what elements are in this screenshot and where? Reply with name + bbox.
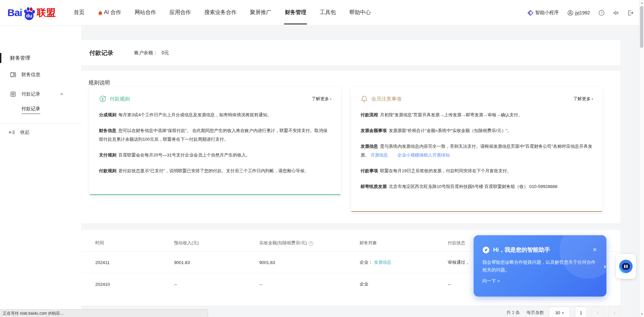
nav-item-app-cooperation[interactable]: 应用合作	[163, 0, 198, 25]
cell-target: 企业： 发票信息	[360, 252, 448, 273]
col-finance-target: 财务对象	[360, 234, 448, 252]
user-icon	[568, 10, 573, 16]
main-nav: 首页 AI 合作 网站合作 应用合作 搜索业务合作 聚屏推广 财务管理 工具包 …	[67, 0, 378, 25]
sound-button[interactable]	[613, 10, 619, 16]
invoice-info-table-link[interactable]: 发票信息	[374, 260, 391, 265]
help-icon: ?	[599, 10, 604, 16]
collapse-arrow-icon	[9, 130, 15, 135]
nav-item-home[interactable]: 首页	[67, 0, 91, 25]
id-card-icon	[10, 72, 16, 78]
cell-time: 202411	[80, 252, 174, 273]
nav-item-finance-management[interactable]: 财务管理	[278, 0, 313, 25]
logo-du-text: du	[25, 11, 34, 20]
sidebar-item-payment-record[interactable]: 付款记录	[0, 86, 81, 103]
sidebar-section-title: 财务管理	[0, 52, 81, 64]
topbar-right-cluster: 智能小程序 jyj1992 ?	[528, 0, 633, 25]
next-page-button[interactable]: ›	[608, 307, 621, 317]
close-icon[interactable]: ✕	[593, 247, 597, 253]
chevron-right-icon: ›	[330, 97, 331, 101]
scroll-up-arrow[interactable]: ▲	[639, 0, 644, 5]
nav-item-toolkit[interactable]: 工具包	[313, 0, 342, 25]
nav-item-ai-cooperation[interactable]: AI 合作	[91, 0, 128, 25]
scroll-down-arrow[interactable]: ▼	[639, 312, 644, 317]
payment-rules-more-link[interactable]: 了解更多›	[312, 96, 331, 102]
sidebar: 财务管理 财务信息 付款记录 付款记录	[0, 25, 81, 317]
small-taxpayer-notice-link[interactable]: 企业小规模纳税人开票须知	[397, 152, 450, 157]
pagination-total: 共 2 条	[506, 310, 520, 316]
page-number-1[interactable]: 1	[575, 307, 587, 317]
sidebar-subitem-payment-record-active[interactable]: 付款记录	[0, 103, 81, 117]
rule-item: 发票信息需与系统内发票信息内容完全一致，否则无法支付。请根据发票信息页面中“百度…	[361, 142, 593, 160]
account-balance: 账户余额： 0元	[134, 50, 169, 56]
logo-bai-text: Bai	[7, 7, 22, 18]
chevron-down-icon: ▾	[562, 311, 564, 315]
rule-item: 分成规则每月第3或4个工作日产出上月分成信息及发票信息，如有特殊情况将提前通知。	[99, 111, 331, 119]
rule-item: 邮寄纸质发票北京市海淀区西北旺东路10号院百度科技园5号楼 百度联盟财务组（收）…	[361, 182, 593, 191]
assistant-ask-link[interactable]: 问一下 >	[482, 278, 598, 284]
cell-estimated: 9001.83	[174, 252, 259, 273]
page-title: 付款记录	[89, 49, 113, 57]
bell-icon	[361, 95, 368, 103]
chevron-up-icon	[60, 92, 64, 96]
rule-item: 付款事项联盟在每月19日之后签收的发票，付款时间安排在下个月首批支付。	[361, 167, 593, 175]
popup-tail-chevron-icon: ›	[604, 262, 606, 270]
page-scrollbar[interactable]: ▲ ▼	[639, 0, 644, 317]
chevron-right-icon: ›	[592, 97, 593, 101]
rule-item: 发票金额事项发票票面“价税合计”金额=系统中“实收金额（扣除税费后/元）”。	[361, 126, 593, 135]
per-page-label: 每页条数	[527, 310, 544, 316]
smart-program-icon	[528, 10, 533, 16]
scrollbar-thumb[interactable]	[640, 6, 643, 48]
sidebar-divider	[0, 123, 81, 124]
cell-time: 202410	[80, 273, 174, 295]
robot-icon	[618, 258, 634, 274]
prev-page-button[interactable]: ‹	[592, 307, 604, 317]
invoice-info-link[interactable]: 开票信息	[371, 152, 388, 157]
flame-icon	[98, 10, 103, 15]
rule-item: 付款流程月初按“发票信息”页面开具发票→上传发票→邮寄发票→审核→确认支付。	[361, 111, 593, 119]
baidu-union-logo[interactable]: Bai du 联盟	[7, 6, 56, 19]
per-page-select[interactable]: 30 ▾	[549, 307, 570, 317]
col-actual-amount: 实收金额(扣除税费后/元)?	[259, 234, 360, 252]
col-time: 时间	[80, 234, 174, 252]
col-estimated-income: 预估收入(元)	[174, 234, 259, 252]
cell-estimated: --	[174, 273, 259, 295]
cell-actual: --	[259, 273, 360, 295]
user-account[interactable]: jyj1992	[568, 10, 590, 16]
balance-value: 0元	[162, 50, 169, 55]
member-notice-more-link[interactable]: 了解更多›	[573, 96, 593, 102]
logout-icon	[628, 10, 633, 16]
rules-section: 规则说明 付款规则 了解更多› 分成规则每月第3或4个工作日产出上月分成信息及发…	[80, 71, 621, 224]
compass-icon	[482, 246, 490, 254]
rule-item: 支付规则百度联盟会在每月20号—31号支付企业会员上个自然月产生的收入。	[99, 151, 331, 160]
speaker-icon	[613, 10, 619, 16]
rule-item: 财务信息您可以在财务信息中选择“保留付款”。 在此期间您产生的收入将在账户内进行…	[99, 126, 331, 144]
rule-item: 付款规则若付款状态显示“已支付”，说明联盟已安排了您的付款。支付后三个工作日内到…	[99, 167, 331, 175]
nav-item-help-center[interactable]: 帮助中心	[342, 0, 377, 25]
payment-rules-card: 付款规则 了解更多› 分成规则每月第3或4个工作日产出上月分成信息及发票信息，如…	[90, 87, 341, 195]
payment-rules-title: 付款规则	[110, 96, 130, 102]
cell-target: 企业	[360, 273, 448, 295]
assistant-title: Hi，我是您的智能助手	[493, 246, 550, 254]
nav-item-screen-promotion[interactable]: 聚屏推广	[243, 0, 278, 25]
assistant-robot-button[interactable]	[616, 254, 636, 279]
nav-item-search-cooperation[interactable]: 搜索业务合作	[198, 0, 243, 25]
sidebar-item-finance-info[interactable]: 财务信息	[0, 66, 81, 83]
badge-star-icon	[10, 91, 16, 97]
question-circle-icon[interactable]: ?	[309, 241, 313, 246]
logout-button[interactable]	[628, 10, 633, 16]
help-button[interactable]: ?	[599, 10, 604, 16]
coin-yen-icon	[99, 95, 106, 103]
smart-program-link[interactable]: 智能小程序	[528, 10, 559, 16]
browser-status-bubble: 正在等待 xlab.baidu.com 的响应...	[0, 309, 208, 317]
assistant-popup: Hi，我是您的智能助手 ✕ 我会帮助您诊断合作链路问题，以及解答您关于任何合作相…	[474, 235, 606, 297]
balance-label: 账户余额：	[134, 50, 158, 55]
sidebar-collapse-button[interactable]: 收起	[0, 124, 81, 140]
logo-union-text: 联盟	[37, 6, 56, 19]
page-header-card: 付款记录 账户余额： 0元	[80, 40, 621, 66]
nav-item-website-cooperation[interactable]: 网站合作	[128, 0, 163, 25]
svg-text:?: ?	[601, 11, 602, 14]
app-root: Bai du 联盟 首页 AI 合作 网站合作 应用合作 搜索业务	[0, 0, 644, 317]
member-notice-card: 会员注意事项 了解更多› 付款流程月初按“发票信息”页面开具发票→上传发票→邮寄…	[351, 87, 602, 212]
baidu-paw-icon: du	[22, 6, 36, 19]
rules-heading: 规则说明	[89, 79, 110, 86]
